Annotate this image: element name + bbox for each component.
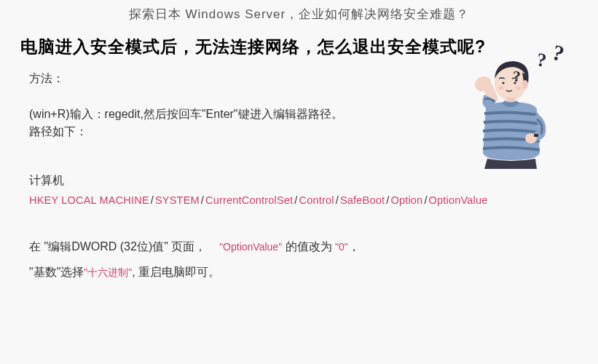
- edit-instruction-b: "基数"选择"十六进制", 重启电脑即可。: [29, 265, 569, 280]
- path-seg-6: Option: [390, 194, 422, 206]
- hex-value: "十六进制": [84, 266, 132, 278]
- path-seg-1: HKEY LOCAL MACHINE: [29, 194, 149, 206]
- path-seg-3: CurrentControlSet: [205, 194, 293, 206]
- person-svg: [444, 52, 567, 198]
- option-value-zero: "0": [335, 241, 348, 253]
- slash-icon: /: [334, 194, 340, 206]
- option-value-key: "OptionValue": [219, 241, 282, 253]
- svg-point-3: [502, 82, 504, 84]
- slash-icon: /: [293, 194, 299, 206]
- svg-rect-9: [534, 134, 538, 137]
- thinking-person-illustration: ? ? ?: [444, 52, 567, 198]
- path-seg-2: SYSTEM: [155, 194, 200, 206]
- text-a5: ，: [348, 240, 360, 253]
- question-mark-icon: ?: [513, 67, 521, 86]
- top-banner: 探索日本 Windows Server，企业如何解决网络安全难题？: [0, 0, 598, 31]
- text-b3: , 重启电脑即可。: [132, 266, 220, 278]
- text-a1: 在 "编辑DWORD (32位)值" 页面，: [29, 240, 206, 253]
- path-seg-5: SafeBoot: [340, 194, 385, 206]
- edit-instruction-a: 在 "编辑DWORD (32位)值" 页面， "OptionValue" 的值改…: [29, 240, 569, 255]
- text-b1: "基数"选择: [29, 266, 84, 278]
- slash-icon: /: [200, 194, 205, 206]
- slash-icon: /: [422, 194, 428, 206]
- slash-icon: /: [149, 194, 155, 206]
- svg-point-6: [516, 87, 522, 90]
- path-seg-4: Control: [299, 194, 334, 206]
- svg-point-2: [522, 80, 528, 89]
- svg-point-5: [499, 87, 504, 90]
- step-instruction: (win+R)输入：regedit,然后按回车"Enter"键进入编辑器路径。: [29, 106, 408, 123]
- text-a3: 的值改为: [286, 240, 335, 253]
